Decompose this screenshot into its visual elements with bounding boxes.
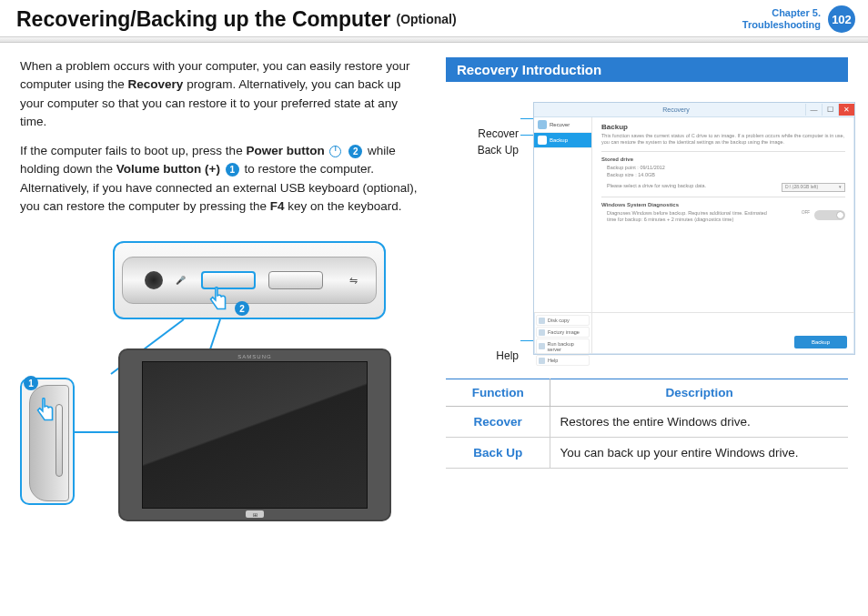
device-edge: 🎤 ⇋	[122, 257, 377, 304]
app-sidebar: Recover Backup	[534, 117, 592, 312]
edge-callout-panel: 🎤 ⇋	[113, 241, 386, 319]
badge-1-illus: 1	[24, 376, 38, 390]
bb-factory-image[interactable]: Factory image	[536, 327, 590, 338]
pane-subtitle: This function saves the current status o…	[601, 133, 845, 146]
app-bottom-bar: Disk copy Factory image Run backup serve…	[534, 312, 854, 354]
mic-icon: 🎤	[176, 276, 186, 285]
callout-backup: Back Up	[478, 144, 519, 157]
cell-function: Back Up	[446, 438, 550, 469]
help-icon	[539, 358, 545, 364]
callout-recover: Recover	[478, 127, 519, 140]
drive-dropdown[interactable]: D:\ (28.0GB left)▾	[782, 183, 845, 192]
hand-pointer-icon	[206, 287, 229, 316]
group-title: Windows System Diagnostics	[601, 202, 845, 207]
tablet-screen	[142, 361, 368, 509]
hand-pointer-icon	[33, 398, 56, 427]
volume-button-illus	[268, 271, 323, 289]
bb-help[interactable]: Help	[536, 355, 590, 366]
th-function: Function	[446, 379, 550, 407]
page-title: Recovering/Backing up the Computer	[16, 7, 391, 32]
function-table: Function Description Recover Restores th…	[446, 379, 848, 469]
minimize-icon[interactable]: —	[805, 104, 822, 116]
diagnostics-desc: Diagnoses Windows before backup. Require…	[607, 210, 771, 224]
bb-disk-copy[interactable]: Disk copy	[536, 315, 590, 326]
usb-icon: ⇋	[349, 275, 358, 287]
diagnostics-toggle[interactable]	[814, 210, 845, 220]
backup-button[interactable]: Backup	[794, 336, 847, 348]
cell-function: Recover	[446, 407, 550, 438]
chapter-line-2: Troubleshooting	[742, 19, 821, 31]
right-column: Recovery Introduction Recover Back Up He…	[446, 57, 848, 523]
paragraph-1: When a problem occurs with your computer…	[20, 57, 422, 131]
table-row: Back Up You can back up your entire Wind…	[446, 438, 848, 469]
tablet-brand: SAMSUNG	[237, 354, 271, 359]
backup-size: Backup size : 14.0GB	[607, 172, 845, 179]
cell-description: You can back up your entire Windows driv…	[550, 438, 848, 469]
titlebar: Recovery — ☐ ✕	[534, 103, 854, 117]
maximize-icon[interactable]: ☐	[822, 104, 838, 116]
sidebar-item-recover[interactable]: Recover	[534, 117, 591, 133]
chapter-label: Chapter 5. Troubleshooting	[742, 7, 821, 31]
badge-2-illus: 2	[235, 301, 249, 316]
recover-icon	[538, 120, 547, 129]
side-callout-panel	[20, 378, 75, 505]
windows-home-button-icon: ⊞	[246, 510, 264, 518]
backup-icon	[538, 136, 547, 145]
table-row: Recover Restores the entire Windows driv…	[446, 407, 848, 438]
page-title-optional: (Optional)	[397, 12, 457, 26]
section-heading: Recovery Introduction	[446, 57, 848, 82]
page-number-badge: 102	[828, 5, 855, 33]
power-icon	[329, 146, 341, 157]
group-title: Stored drive	[601, 157, 845, 162]
paragraph-2: If the computer fails to boot up, press …	[20, 142, 422, 216]
app-screenshot-wrap: Recover Back Up Help Recovery — ☐ ✕	[446, 102, 848, 366]
server-icon	[539, 343, 545, 349]
disk-icon	[539, 318, 545, 324]
chevron-down-icon: ▾	[839, 184, 842, 190]
audio-jack-icon	[145, 271, 163, 289]
group-stored-drive: Stored drive Backup point : 09/11/2012 B…	[601, 151, 845, 196]
th-description: Description	[550, 379, 848, 407]
factory-icon	[539, 329, 545, 336]
bb-run-backup-server[interactable]: Run backup server	[536, 338, 590, 354]
window-buttons: — ☐ ✕	[805, 104, 854, 116]
recovery-app-window: Recovery — ☐ ✕ Recover Backup Backup Thi…	[533, 102, 855, 355]
backup-point: Backup point : 09/11/2012	[607, 165, 845, 172]
window-title: Recovery	[547, 106, 805, 113]
page-header: Recovering/Backing up the Computer (Opti…	[0, 0, 868, 37]
sidebar-item-backup[interactable]: Backup	[534, 133, 591, 148]
cell-description: Restores the entire Windows drive.	[550, 407, 848, 438]
badge-2-inline: 2	[348, 145, 362, 158]
badge-1-inline: 1	[226, 163, 239, 177]
chapter-line-1: Chapter 5.	[742, 7, 821, 19]
callout-help: Help	[496, 349, 519, 362]
close-icon[interactable]: ✕	[838, 104, 854, 116]
app-main-pane: Backup This function saves the current s…	[592, 117, 854, 312]
group-diagnostics: Windows System Diagnostics Diagnoses Win…	[601, 197, 845, 228]
drive-prompt: Please select a drive for saving backup …	[607, 183, 706, 188]
illustration: 🎤 ⇋ 2	[20, 241, 422, 523]
left-column: When a problem occurs with your computer…	[20, 57, 422, 523]
volume-rocker-illus	[56, 404, 63, 477]
pane-title: Backup	[601, 123, 845, 131]
tablet-illus: SAMSUNG ⊞	[118, 348, 391, 521]
